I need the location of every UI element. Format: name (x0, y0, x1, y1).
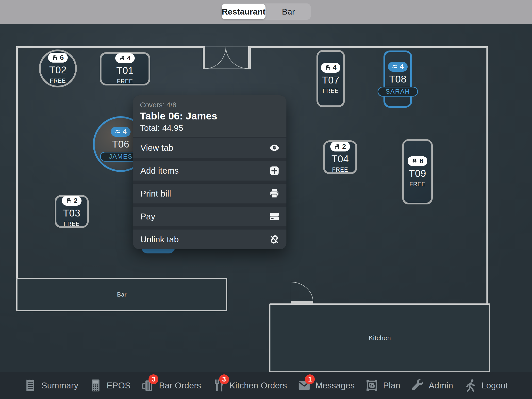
nav-item-label: Messages (315, 381, 355, 390)
nav-item-plan[interactable]: Plan (365, 378, 400, 393)
table-status: FREE (50, 78, 66, 84)
badge-count: 2 (342, 143, 346, 150)
table-t01[interactable]: 4T01FREE (100, 52, 150, 85)
menu-item-unlink-tab[interactable]: Unlink tab (133, 230, 286, 249)
door-leaf-left-arc (205, 47, 226, 69)
guest-name-pill: SARAH (378, 87, 418, 97)
nav-item-label: Summary (41, 381, 78, 390)
chair-icon (52, 55, 58, 61)
menu-item-print-bill[interactable]: Print bill (133, 184, 286, 203)
notification-badge: 3 (149, 374, 158, 384)
badge-count: 4 (127, 54, 131, 62)
door-bottom-line (205, 68, 248, 68)
table-t02[interactable]: 6T02FREE (39, 50, 77, 87)
nav-item-messages[interactable]: Messages1 (297, 378, 355, 393)
unlink-icon (269, 234, 280, 245)
credit-card-icon (269, 211, 280, 222)
nav-item-label: Kitchen Orders (230, 381, 287, 390)
seats-badge: 2 (62, 196, 82, 206)
nav-item-kitchen-orders[interactable]: Kitchen Orders3 (211, 378, 287, 393)
menu-item-pay[interactable]: Pay (133, 207, 286, 226)
table-status: FREE (323, 88, 339, 94)
notification-badge: 1 (305, 374, 315, 384)
bottom-nav: SummaryEPOSBar Orders3Kitchen Orders3Mes… (0, 372, 532, 399)
wall-left (16, 46, 18, 278)
door-leaf-right-arc (226, 47, 249, 69)
nav-item-bar-orders[interactable]: Bar Orders3 (141, 378, 201, 393)
calculator-icon (88, 378, 103, 393)
table-name: T06 (112, 139, 129, 150)
nav-item-summary[interactable]: Summary (23, 378, 78, 393)
logout-icon (463, 378, 478, 393)
nav-item-label: Logout (482, 381, 508, 390)
table-status: FREE (332, 166, 348, 173)
table-name: T03 (63, 208, 80, 219)
bar-area: Bar (16, 278, 227, 311)
nav-item-admin[interactable]: Admin (410, 378, 453, 393)
badge-count: 6 (419, 157, 423, 165)
top-bar: RestaurantBar (0, 0, 532, 24)
badge-count: 4 (123, 128, 127, 136)
table-context-menu: Covers: 4/8 Table 06: James Total: 44.95… (133, 95, 286, 249)
kitchen-area-label: Kitchen (369, 334, 391, 342)
table-t03[interactable]: 2T03FREE (55, 195, 89, 228)
seats-badge: 4 (321, 63, 341, 73)
wall-right (486, 46, 488, 303)
plus-square-icon (269, 165, 280, 176)
seats-badge: 4 (115, 53, 135, 63)
tab-restaurant[interactable]: Restaurant (222, 4, 266, 19)
menu-item-label: Pay (140, 212, 155, 221)
menu-item-label: Print bill (140, 189, 171, 199)
printer-icon (269, 188, 280, 199)
badge-count: 6 (60, 54, 64, 62)
table-t07[interactable]: 4T07FREE (316, 50, 345, 107)
table-t09[interactable]: 6T09FREE (402, 139, 433, 204)
wall-top-right (250, 46, 488, 48)
badge-count: 2 (74, 197, 78, 205)
people-icon (115, 129, 121, 135)
menu-item-view-tab[interactable]: View tab (133, 138, 286, 158)
nav-item-label: Plan (383, 381, 400, 390)
plan-icon (365, 378, 379, 393)
wall-top-left (16, 46, 205, 48)
floor-switcher: RestaurantBar (221, 3, 311, 20)
nav-item-epos[interactable]: EPOS (88, 378, 131, 393)
chair-icon (412, 158, 417, 164)
chair-icon (119, 55, 125, 61)
covers-badge: 4 (111, 127, 131, 137)
menu-item-label: View tab (140, 143, 173, 153)
total-text: Total: 44.95 (140, 122, 280, 133)
badge-count: 4 (333, 64, 337, 72)
table-status: FREE (409, 181, 425, 188)
menu-item-add-items[interactable]: Add items (133, 161, 286, 181)
seats-badge: 6 (48, 53, 68, 63)
seats-badge: 6 (408, 156, 427, 166)
receipt-icon (23, 378, 37, 393)
table-status: FREE (64, 221, 80, 227)
table-name: T02 (49, 65, 66, 76)
kitchen-door-arc (291, 282, 313, 302)
chair-icon (325, 65, 331, 71)
table-name: T04 (332, 153, 349, 165)
eye-icon (269, 142, 280, 153)
tab-bar[interactable]: Bar (266, 4, 310, 19)
chair-icon (334, 144, 340, 150)
covers-text: Covers: 4/8 (140, 100, 280, 110)
nav-item-label: Admin (429, 381, 453, 390)
table-t04[interactable]: 2T04FREE (323, 140, 357, 174)
table-context-menu-header: Covers: 4/8 Table 06: James Total: 44.95 (133, 95, 286, 137)
nav-item-label: EPOS (107, 381, 131, 390)
nav-item-logout[interactable]: Logout (463, 378, 508, 393)
table-title: Table 06: James (140, 110, 280, 122)
table-t08[interactable]: 4T08SARAH (383, 50, 412, 108)
app-screen: RestaurantBar Bar Kitchen (0, 0, 532, 399)
badge-count: 4 (400, 63, 404, 71)
floor-plan: Bar Kitchen Covers: 4/8 Table 06: James … (0, 24, 532, 372)
menu-item-label: Add items (140, 166, 179, 176)
seats-badge: 2 (330, 142, 350, 151)
table-name: T09 (409, 168, 426, 179)
table-name: T01 (116, 65, 133, 76)
table-status: FREE (117, 78, 133, 85)
menu-item-label: Unlink tab (140, 234, 179, 244)
table-name: T08 (389, 74, 406, 85)
